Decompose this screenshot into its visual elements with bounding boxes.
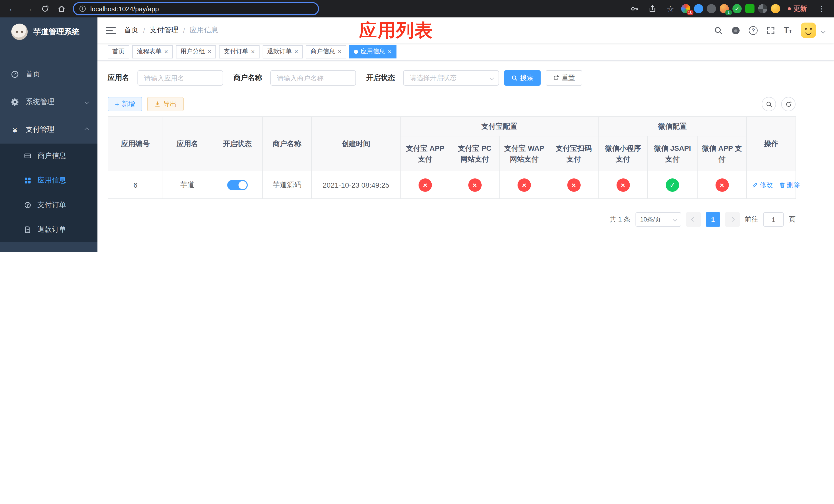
tab-app-info[interactable]: 应用信息×	[349, 45, 396, 58]
refund-document-icon	[24, 226, 32, 233]
app-title: 芋道管理系统	[33, 27, 80, 37]
merchant-name-input[interactable]	[270, 70, 356, 86]
infrastructure-icon	[10, 252, 20, 252]
tab-close-icon[interactable]: ×	[388, 48, 392, 55]
breadcrumb-payment[interactable]: 支付管理	[150, 26, 178, 35]
sidebar-item-pay-orders[interactable]: 支付订单	[0, 193, 97, 217]
password-key-icon[interactable]	[627, 2, 642, 16]
tags-view: 首页 流程表单× 用户分组× 支付订单× 退款订单× 商户信息× 应用信息×	[97, 43, 834, 61]
cell-app-name: 芋道	[163, 171, 212, 199]
sidebar-item-app-info[interactable]: 应用信息	[0, 168, 97, 193]
search-button[interactable]: 搜索	[504, 70, 541, 86]
navbar: 首页 / 支付管理 / 应用信息 ? TT	[97, 18, 834, 43]
export-button[interactable]: 导出	[147, 97, 184, 111]
site-info-icon[interactable]	[79, 5, 86, 12]
tab-close-icon[interactable]: ×	[251, 48, 255, 55]
profile-avatar-icon[interactable]	[771, 4, 780, 13]
github-icon[interactable]	[731, 26, 740, 35]
extension-icon-green-square[interactable]	[745, 4, 754, 13]
extension-badge: 10	[687, 10, 694, 15]
fullscreen-icon[interactable]	[766, 26, 775, 35]
breadcrumb-home[interactable]: 首页	[124, 26, 138, 35]
next-page-button[interactable]	[725, 212, 740, 227]
goto-label: 前往	[745, 215, 758, 224]
page-number-button[interactable]: 1	[706, 212, 720, 227]
cell-status	[212, 171, 262, 199]
browser-reload-icon[interactable]	[38, 2, 52, 16]
chevron-down-icon	[490, 76, 494, 80]
tab-refund-orders[interactable]: 退款订单×	[263, 45, 303, 58]
sidebar-item-refund-orders[interactable]: 退款订单	[0, 217, 97, 242]
tab-home[interactable]: 首页	[108, 45, 129, 58]
tab-close-icon[interactable]: ×	[338, 48, 342, 55]
browser-forward-icon[interactable]: →	[22, 2, 36, 16]
alipay-wap-pay-status-icon: ×	[518, 178, 531, 191]
extension-icon-dark[interactable]	[707, 4, 716, 13]
toggle-search-button[interactable]	[762, 97, 776, 111]
col-wechat-jsapi: 微信 JSAPI 支付	[648, 136, 697, 171]
status-switch[interactable]	[227, 180, 247, 190]
prev-page-button[interactable]	[686, 212, 701, 227]
status-select[interactable]: 请选择开启状态	[403, 70, 499, 86]
browser-home-icon[interactable]	[54, 2, 69, 16]
table-row: 6 芋道 芋道源码 2021-10-23 08:49:25 × × × × × …	[108, 171, 796, 199]
edit-link[interactable]: 修改	[752, 180, 773, 189]
browser-update-button[interactable]: 更新	[784, 2, 811, 15]
browser-menu-icon[interactable]: ⋮	[814, 2, 829, 16]
chevron-left-icon	[692, 217, 696, 222]
share-icon[interactable]	[645, 2, 660, 16]
order-icon	[24, 202, 32, 209]
tab-merchant-info[interactable]: 商户信息×	[306, 45, 346, 58]
sidebar-item-merchant-info[interactable]: 商户信息	[0, 143, 97, 168]
extension-icon-green-check[interactable]: ✓	[732, 4, 742, 13]
tab-close-icon[interactable]: ×	[207, 48, 211, 55]
logo-avatar	[11, 24, 28, 40]
tab-pay-orders[interactable]: 支付订单×	[219, 45, 259, 58]
extensions-pinwheel-icon[interactable]	[758, 4, 767, 13]
tab-close-icon[interactable]: ×	[294, 48, 298, 55]
col-actions: 操作	[747, 117, 796, 171]
address-bar[interactable]: localhost:1024/pay/app	[73, 2, 319, 15]
refresh-table-button[interactable]	[781, 97, 795, 111]
help-icon[interactable]: ?	[749, 26, 758, 35]
bookmark-star-icon[interactable]: ☆	[663, 2, 678, 16]
extension-icon-blue[interactable]	[694, 4, 703, 13]
sidebar-item-system[interactable]: 系统管理	[0, 88, 97, 116]
merchant-name-label: 商户名称	[233, 73, 262, 83]
reset-button[interactable]: 重置	[546, 70, 582, 86]
cell-app-id: 6	[108, 171, 163, 199]
status-label: 开启状态	[366, 73, 395, 83]
dashboard-icon	[10, 70, 20, 78]
extension-icon-colorful[interactable]: 10	[681, 4, 690, 13]
credit-card-icon	[24, 152, 32, 159]
tab-user-group[interactable]: 用户分组×	[176, 45, 216, 58]
page-size-select[interactable]: 10条/页	[636, 212, 681, 227]
sidebar-item-home[interactable]: 首页	[0, 61, 97, 88]
yen-icon: ¥	[10, 125, 20, 134]
app-name-input[interactable]	[137, 70, 223, 86]
search-icon[interactable]	[714, 26, 723, 35]
app-name-label: 应用名	[108, 73, 129, 83]
wechat-jsapi-pay-status-icon: ✓	[666, 178, 679, 191]
breadcrumb-separator: /	[183, 26, 185, 35]
tab-close-icon[interactable]: ×	[164, 48, 168, 55]
chevron-up-icon	[85, 128, 89, 132]
sidebar-item-payment[interactable]: ¥ 支付管理	[0, 116, 97, 143]
page: ← → localhost:1024/pay/app ☆ 10 1	[0, 0, 834, 252]
tab-process-form[interactable]: 流程表单×	[132, 45, 173, 58]
table-toolbar: +新增 导出	[108, 97, 795, 111]
overlay-annotation-title: 应用列表	[359, 19, 433, 43]
goto-page-input[interactable]	[763, 212, 784, 227]
sidebar-toggle-icon[interactable]	[106, 27, 116, 34]
font-size-icon[interactable]: TT	[784, 26, 792, 35]
user-avatar[interactable]	[801, 23, 816, 38]
group-wechat-config: 微信配置	[598, 117, 747, 136]
alipay-app-pay-status-icon: ×	[419, 178, 432, 191]
col-merchant: 商户名称	[262, 117, 312, 171]
extension-icon-avatar[interactable]: 1	[720, 4, 729, 13]
browser-back-icon[interactable]: ←	[5, 2, 20, 16]
delete-link[interactable]: 删除	[779, 180, 800, 189]
sidebar-item-infrastructure[interactable]: 基础设施	[0, 242, 97, 252]
col-app-name: 应用名	[163, 117, 212, 171]
add-button[interactable]: +新增	[108, 97, 142, 111]
